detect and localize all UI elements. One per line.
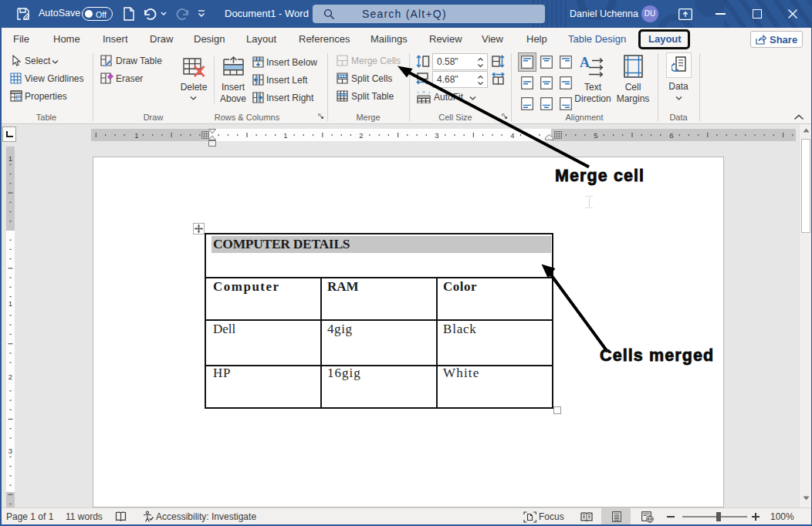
svg-text:1: 1	[283, 131, 287, 140]
svg-text:A: A	[580, 56, 590, 70]
svg-text:5: 5	[594, 131, 597, 140]
svg-text:2: 2	[359, 131, 363, 140]
svg-text:1: 1	[8, 299, 12, 308]
svg-text:3: 3	[8, 447, 12, 455]
svg-text:1: 1	[134, 131, 138, 140]
svg-text:4: 4	[510, 131, 514, 140]
svg-text:2: 2	[8, 373, 12, 381]
svg-text:1: 1	[8, 154, 12, 163]
svg-text:6: 6	[669, 131, 673, 140]
svg-text:3: 3	[435, 131, 438, 140]
